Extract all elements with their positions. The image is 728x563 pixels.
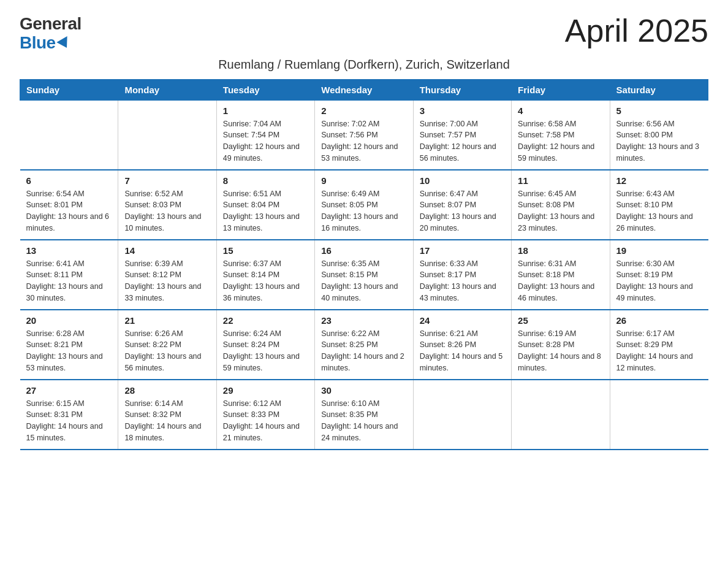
day-number: 26 [616, 315, 702, 326]
day-number: 11 [518, 175, 603, 186]
calendar-cell [413, 380, 511, 450]
day-number: 22 [223, 315, 308, 326]
calendar-cell: 15Sunrise: 6:37 AMSunset: 8:14 PMDayligh… [216, 240, 314, 310]
day-info: Sunrise: 6:19 AMSunset: 8:28 PMDaylight:… [518, 328, 603, 374]
day-number: 19 [616, 245, 702, 256]
calendar-cell: 18Sunrise: 6:31 AMSunset: 8:18 PMDayligh… [512, 240, 610, 310]
day-info: Sunrise: 7:04 AMSunset: 7:54 PMDaylight:… [223, 118, 308, 164]
day-number: 25 [518, 315, 603, 326]
day-number: 21 [124, 315, 210, 326]
day-number: 6 [26, 175, 112, 186]
calendar-cell [20, 100, 118, 170]
day-info: Sunrise: 6:24 AMSunset: 8:24 PMDaylight:… [223, 328, 308, 374]
header-day-friday: Friday [512, 79, 610, 100]
day-info: Sunrise: 6:49 AMSunset: 8:05 PMDaylight:… [321, 188, 406, 234]
day-number: 20 [26, 315, 112, 326]
calendar-cell: 11Sunrise: 6:45 AMSunset: 8:08 PMDayligh… [512, 170, 610, 240]
day-info: Sunrise: 6:28 AMSunset: 8:21 PMDaylight:… [26, 328, 112, 374]
day-info: Sunrise: 6:22 AMSunset: 8:25 PMDaylight:… [321, 328, 406, 374]
logo-general-text: General [20, 15, 82, 34]
day-number: 29 [223, 385, 308, 396]
calendar-cell: 24Sunrise: 6:21 AMSunset: 8:26 PMDayligh… [413, 310, 511, 380]
header-day-sunday: Sunday [20, 79, 118, 100]
day-number: 5 [616, 105, 702, 116]
day-number: 18 [518, 245, 603, 256]
calendar-week-5: 27Sunrise: 6:15 AMSunset: 8:31 PMDayligh… [20, 380, 708, 450]
calendar-cell: 26Sunrise: 6:17 AMSunset: 8:29 PMDayligh… [610, 310, 708, 380]
header-day-saturday: Saturday [610, 79, 708, 100]
calendar-cell: 7Sunrise: 6:52 AMSunset: 8:03 PMDaylight… [118, 170, 216, 240]
calendar-cell: 25Sunrise: 6:19 AMSunset: 8:28 PMDayligh… [512, 310, 610, 380]
calendar-week-1: 1Sunrise: 7:04 AMSunset: 7:54 PMDaylight… [20, 100, 708, 170]
calendar-cell: 5Sunrise: 6:56 AMSunset: 8:00 PMDaylight… [610, 100, 708, 170]
calendar-cell: 13Sunrise: 6:41 AMSunset: 8:11 PMDayligh… [20, 240, 118, 310]
day-info: Sunrise: 6:33 AMSunset: 8:17 PMDaylight:… [420, 258, 505, 304]
calendar-cell: 10Sunrise: 6:47 AMSunset: 8:07 PMDayligh… [413, 170, 511, 240]
day-info: Sunrise: 6:21 AMSunset: 8:26 PMDaylight:… [420, 328, 505, 374]
day-info: Sunrise: 6:51 AMSunset: 8:04 PMDaylight:… [223, 188, 308, 234]
day-info: Sunrise: 6:58 AMSunset: 7:58 PMDaylight:… [518, 118, 603, 164]
day-info: Sunrise: 6:12 AMSunset: 8:33 PMDaylight:… [223, 398, 308, 444]
calendar-body: 1Sunrise: 7:04 AMSunset: 7:54 PMDaylight… [20, 100, 708, 450]
calendar-cell: 6Sunrise: 6:54 AMSunset: 8:01 PMDaylight… [20, 170, 118, 240]
calendar-week-4: 20Sunrise: 6:28 AMSunset: 8:21 PMDayligh… [20, 310, 708, 380]
day-info: Sunrise: 6:31 AMSunset: 8:18 PMDaylight:… [518, 258, 603, 304]
calendar-cell: 28Sunrise: 6:14 AMSunset: 8:32 PMDayligh… [118, 380, 216, 450]
header-day-wednesday: Wednesday [315, 79, 413, 100]
calendar-cell [512, 380, 610, 450]
day-info: Sunrise: 6:17 AMSunset: 8:29 PMDaylight:… [616, 328, 702, 374]
day-info: Sunrise: 6:45 AMSunset: 8:08 PMDaylight:… [518, 188, 603, 234]
day-number: 12 [616, 175, 702, 186]
month-title: April 2025 [565, 15, 708, 47]
header-day-tuesday: Tuesday [216, 79, 314, 100]
day-info: Sunrise: 7:02 AMSunset: 7:56 PMDaylight:… [321, 118, 406, 164]
day-info: Sunrise: 6:37 AMSunset: 8:14 PMDaylight:… [223, 258, 308, 304]
day-number: 14 [124, 245, 210, 256]
calendar-cell [118, 100, 216, 170]
day-info: Sunrise: 6:47 AMSunset: 8:07 PMDaylight:… [420, 188, 505, 234]
calendar-cell: 9Sunrise: 6:49 AMSunset: 8:05 PMDaylight… [315, 170, 413, 240]
day-info: Sunrise: 6:43 AMSunset: 8:10 PMDaylight:… [616, 188, 702, 234]
calendar-cell: 21Sunrise: 6:26 AMSunset: 8:22 PMDayligh… [118, 310, 216, 380]
location-title: Ruemlang / Ruemlang (Dorfkern), Zurich, … [20, 58, 708, 72]
header-row: SundayMondayTuesdayWednesdayThursdayFrid… [20, 79, 708, 100]
day-number: 27 [26, 385, 112, 396]
day-number: 10 [420, 175, 505, 186]
day-number: 2 [321, 105, 406, 116]
day-number: 7 [124, 175, 210, 186]
calendar-header: SundayMondayTuesdayWednesdayThursdayFrid… [20, 79, 708, 100]
day-number: 30 [321, 385, 406, 396]
day-info: Sunrise: 6:14 AMSunset: 8:32 PMDaylight:… [124, 398, 210, 444]
day-info: Sunrise: 6:52 AMSunset: 8:03 PMDaylight:… [124, 188, 210, 234]
calendar-cell: 27Sunrise: 6:15 AMSunset: 8:31 PMDayligh… [20, 380, 118, 450]
calendar-week-3: 13Sunrise: 6:41 AMSunset: 8:11 PMDayligh… [20, 240, 708, 310]
day-number: 3 [420, 105, 505, 116]
day-info: Sunrise: 6:30 AMSunset: 8:19 PMDaylight:… [616, 258, 702, 304]
day-number: 4 [518, 105, 603, 116]
day-number: 15 [223, 245, 308, 256]
calendar-week-2: 6Sunrise: 6:54 AMSunset: 8:01 PMDaylight… [20, 170, 708, 240]
logo-blue-text: Blue [20, 34, 70, 53]
day-number: 1 [223, 105, 308, 116]
calendar-table: SundayMondayTuesdayWednesdayThursdayFrid… [20, 79, 708, 450]
calendar-cell: 23Sunrise: 6:22 AMSunset: 8:25 PMDayligh… [315, 310, 413, 380]
logo-triangle-icon [56, 36, 72, 51]
calendar-cell: 19Sunrise: 6:30 AMSunset: 8:19 PMDayligh… [610, 240, 708, 310]
day-number: 24 [420, 315, 505, 326]
day-info: Sunrise: 6:56 AMSunset: 8:00 PMDaylight:… [616, 118, 702, 164]
calendar-cell: 29Sunrise: 6:12 AMSunset: 8:33 PMDayligh… [216, 380, 314, 450]
calendar-cell: 20Sunrise: 6:28 AMSunset: 8:21 PMDayligh… [20, 310, 118, 380]
day-info: Sunrise: 6:26 AMSunset: 8:22 PMDaylight:… [124, 328, 210, 374]
day-number: 28 [124, 385, 210, 396]
day-info: Sunrise: 7:00 AMSunset: 7:57 PMDaylight:… [420, 118, 505, 164]
calendar-cell: 4Sunrise: 6:58 AMSunset: 7:58 PMDaylight… [512, 100, 610, 170]
calendar-cell: 30Sunrise: 6:10 AMSunset: 8:35 PMDayligh… [315, 380, 413, 450]
calendar-cell: 17Sunrise: 6:33 AMSunset: 8:17 PMDayligh… [413, 240, 511, 310]
day-info: Sunrise: 6:35 AMSunset: 8:15 PMDaylight:… [321, 258, 406, 304]
day-number: 13 [26, 245, 112, 256]
day-info: Sunrise: 6:39 AMSunset: 8:12 PMDaylight:… [124, 258, 210, 304]
header-day-thursday: Thursday [413, 79, 511, 100]
calendar-cell: 3Sunrise: 7:00 AMSunset: 7:57 PMDaylight… [413, 100, 511, 170]
day-number: 23 [321, 315, 406, 326]
day-number: 9 [321, 175, 406, 186]
